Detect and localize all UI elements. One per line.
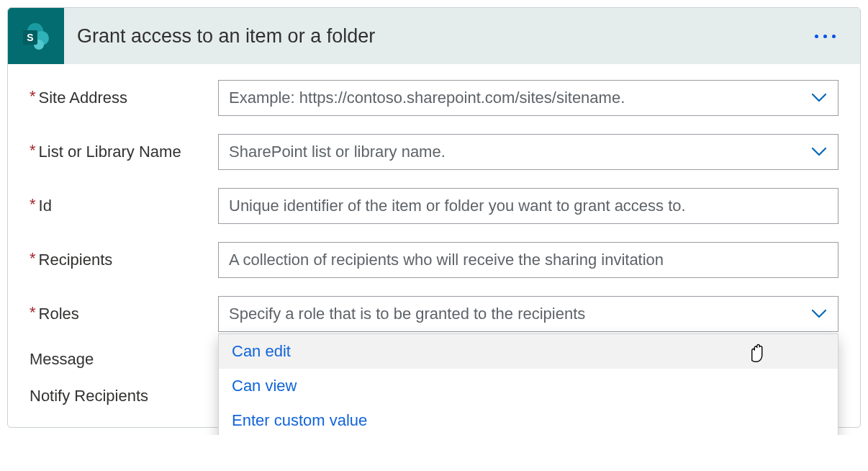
list-or-library-combobox[interactable]: SharePoint list or library name. bbox=[218, 134, 838, 170]
row-roles: * Roles Specify a role that is to be gra… bbox=[30, 296, 838, 332]
required-asterisk: * bbox=[30, 143, 36, 158]
roles-option-custom[interactable]: Enter custom value bbox=[219, 403, 838, 435]
label-recipients: * Recipients bbox=[30, 251, 218, 269]
label-site-address: * Site Address bbox=[30, 89, 218, 107]
label-id: * Id bbox=[30, 197, 218, 215]
recipients-input[interactable] bbox=[218, 242, 838, 278]
required-asterisk: * bbox=[30, 89, 36, 104]
card-title: Grant access to an item or a folder bbox=[77, 25, 794, 48]
sharepoint-icon: S bbox=[8, 8, 64, 64]
roles-option-can-view[interactable]: Can view bbox=[219, 369, 838, 403]
action-card: S Grant access to an item or a folder * … bbox=[7, 7, 861, 428]
row-recipients: * Recipients bbox=[30, 242, 838, 278]
required-asterisk: * bbox=[30, 197, 36, 212]
chevron-down-icon bbox=[810, 89, 828, 107]
roles-option-can-edit[interactable]: Can edit bbox=[219, 334, 838, 369]
id-input[interactable] bbox=[218, 188, 838, 224]
row-site-address: * Site Address Example: https://contoso.… bbox=[30, 80, 838, 116]
chevron-down-icon bbox=[810, 143, 828, 161]
label-roles: * Roles bbox=[30, 305, 218, 323]
label-list-or-library: * List or Library Name bbox=[30, 143, 218, 161]
label-message: Message bbox=[30, 350, 218, 369]
label-notify: Notify Recipients bbox=[30, 387, 218, 405]
card-body: * Site Address Example: https://contoso.… bbox=[8, 64, 860, 427]
more-menu-button[interactable] bbox=[807, 35, 843, 38]
row-id: * Id bbox=[30, 188, 838, 224]
required-asterisk: * bbox=[30, 305, 36, 320]
required-asterisk: * bbox=[30, 251, 36, 266]
row-list-or-library: * List or Library Name SharePoint list o… bbox=[30, 134, 838, 170]
site-address-combobox[interactable]: Example: https://contoso.sharepoint.com/… bbox=[218, 80, 838, 116]
roles-dropdown: Can edit Can view Enter custom value bbox=[218, 333, 838, 435]
chevron-down-icon bbox=[810, 305, 828, 323]
card-header: S Grant access to an item or a folder bbox=[8, 8, 860, 64]
roles-combobox[interactable]: Specify a role that is to be granted to … bbox=[218, 296, 838, 332]
svg-text:S: S bbox=[27, 32, 33, 43]
pointer-cursor-icon bbox=[746, 341, 766, 369]
